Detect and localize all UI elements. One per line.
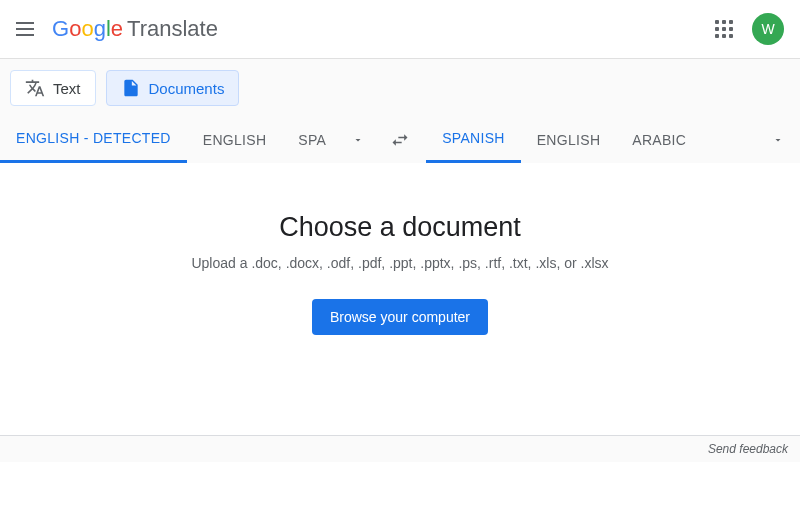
document-icon xyxy=(121,78,141,98)
source-lang-detected[interactable]: ENGLISH - DETECTED xyxy=(0,116,187,163)
target-lang-english[interactable]: ENGLISH xyxy=(521,116,617,163)
document-upload-area: Choose a document Upload a .doc, .docx, … xyxy=(0,164,800,435)
swap-languages-icon[interactable] xyxy=(374,130,426,150)
source-lang-third[interactable]: SPA xyxy=(282,116,342,163)
text-mode-label: Text xyxy=(53,80,81,97)
upload-title: Choose a document xyxy=(20,212,780,243)
source-lang-side: ENGLISH - DETECTED ENGLISH SPA xyxy=(0,116,374,163)
menu-icon[interactable] xyxy=(16,17,40,41)
source-lang-english[interactable]: ENGLISH xyxy=(187,116,283,163)
documents-mode-button[interactable]: Documents xyxy=(106,70,240,106)
header-right: W xyxy=(712,13,784,45)
translate-icon xyxy=(25,78,45,98)
avatar-initial: W xyxy=(761,21,774,37)
header: Google Translate W xyxy=(0,0,800,59)
avatar[interactable]: W xyxy=(752,13,784,45)
browse-button[interactable]: Browse your computer xyxy=(312,299,488,335)
language-bar: ENGLISH - DETECTED ENGLISH SPA SPANISH E… xyxy=(0,116,800,164)
target-lang-more-icon[interactable] xyxy=(756,134,800,146)
apps-icon[interactable] xyxy=(712,17,736,41)
source-lang-more-icon[interactable] xyxy=(342,134,374,146)
google-translate-logo[interactable]: Google Translate xyxy=(52,16,218,42)
target-lang-side: SPANISH ENGLISH ARABIC xyxy=(426,116,702,163)
mode-toolbar: Text Documents xyxy=(0,59,800,116)
documents-mode-label: Documents xyxy=(149,80,225,97)
upload-subtitle: Upload a .doc, .docx, .odf, .pdf, .ppt, … xyxy=(20,255,780,271)
text-mode-button[interactable]: Text xyxy=(10,70,96,106)
header-left: Google Translate xyxy=(16,16,218,42)
target-lang-arabic[interactable]: ARABIC xyxy=(616,116,702,163)
target-lang-spanish[interactable]: SPANISH xyxy=(426,116,521,163)
send-feedback-link[interactable]: Send feedback xyxy=(708,442,788,456)
feedback-bar: Send feedback xyxy=(0,436,800,462)
logo-product-text: Translate xyxy=(127,16,218,42)
